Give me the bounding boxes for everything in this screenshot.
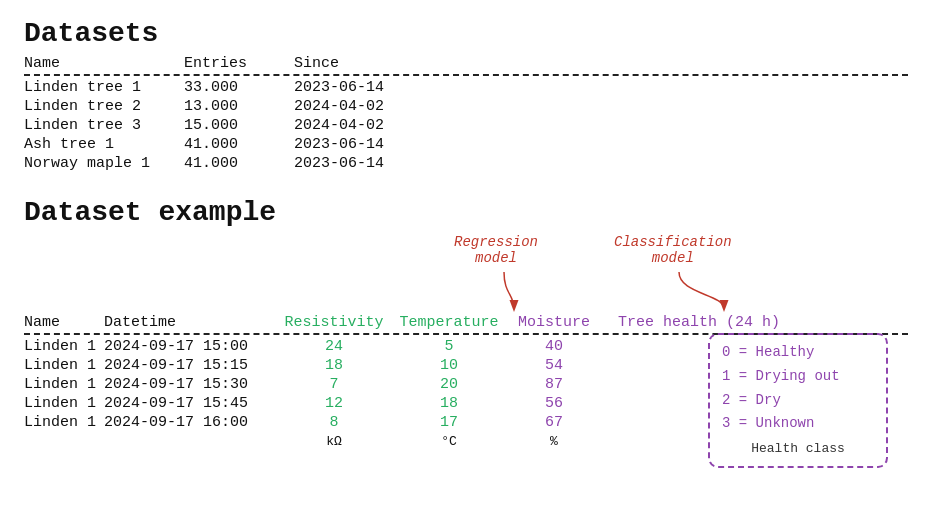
example-row-moisture: 54 — [509, 357, 599, 374]
example-row-resistivity: 18 — [279, 357, 389, 374]
dataset-row-entries: 41.000 — [184, 136, 294, 153]
health-class-item: 2 = Dry — [722, 389, 874, 413]
dataset-row: Ash tree 1 41.000 2023-06-14 — [24, 135, 908, 154]
example-row-temperature: 20 — [389, 376, 509, 393]
example-row-name: Linden 1 — [24, 376, 104, 393]
example-row-moisture: 87 — [509, 376, 599, 393]
unit-temperature: °C — [389, 434, 509, 449]
unit-resistivity: kΩ — [279, 434, 389, 449]
example-row-datetime: 2024-09-17 15:45 — [104, 395, 279, 412]
unit-moisture: % — [509, 434, 599, 449]
example-table-header: Name Datetime Resistivity Temperature Mo… — [24, 314, 908, 335]
example-row-name: Linden 1 — [24, 395, 104, 412]
example-row-moisture: 67 — [509, 414, 599, 431]
dataset-row-entries: 33.000 — [184, 79, 294, 96]
example-rows-wrapper: Linden 1 2024-09-17 15:00 24 5 40 Linden… — [24, 337, 908, 449]
example-row-name: Linden 1 — [24, 338, 104, 355]
example-row-name: Linden 1 — [24, 357, 104, 374]
col-header-since: Since — [294, 55, 434, 72]
dataset-row: Linden tree 3 15.000 2024-04-02 — [24, 116, 908, 135]
dataset-row-name: Ash tree 1 — [24, 136, 184, 153]
example-row-datetime: 2024-09-17 16:00 — [104, 414, 279, 431]
example-row-resistivity: 12 — [279, 395, 389, 412]
dataset-row-entries: 41.000 — [184, 155, 294, 172]
health-class-item: 0 = Healthy — [722, 341, 874, 365]
col-header-name: Name — [24, 55, 184, 72]
example-col-resistivity-header: Resistivity — [279, 314, 389, 331]
datasets-title: Datasets — [24, 18, 908, 49]
example-row-temperature: 5 — [389, 338, 509, 355]
example-title: Dataset example — [24, 197, 908, 228]
dataset-row-since: 2023-06-14 — [294, 155, 434, 172]
example-col-datetime-header: Datetime — [104, 314, 279, 331]
datasets-section: Datasets Name Entries Since Linden tree … — [24, 18, 908, 173]
dataset-row: Norway maple 1 41.000 2023-06-14 — [24, 154, 908, 173]
datasets-rows: Linden tree 1 33.000 2023-06-14 Linden t… — [24, 78, 908, 173]
dataset-row: Linden tree 1 33.000 2023-06-14 — [24, 78, 908, 97]
classification-label: Classificationmodel — [614, 234, 732, 266]
example-col-moisture-header: Moisture — [509, 314, 599, 331]
example-row-resistivity: 24 — [279, 338, 389, 355]
health-class-box: 0 = Healthy1 = Drying out2 = Dry3 = Unkn… — [708, 333, 888, 468]
health-classes-list: 0 = Healthy1 = Drying out2 = Dry3 = Unkn… — [722, 341, 874, 436]
arrows-area: Regressionmodel Classificationmodel — [24, 234, 908, 314]
dataset-row-since: 2024-04-02 — [294, 98, 434, 115]
dataset-row-name: Linden tree 1 — [24, 79, 184, 96]
example-row-moisture: 56 — [509, 395, 599, 412]
health-class-label: Health class — [722, 438, 874, 460]
example-row-temperature: 10 — [389, 357, 509, 374]
example-row-datetime: 2024-09-17 15:30 — [104, 376, 279, 393]
example-row-datetime: 2024-09-17 15:00 — [104, 338, 279, 355]
regression-label: Regressionmodel — [454, 234, 538, 266]
health-class-item: 1 = Drying out — [722, 365, 874, 389]
dataset-row-entries: 13.000 — [184, 98, 294, 115]
dataset-row-since: 2023-06-14 — [294, 79, 434, 96]
example-col-health-header: Tree health (24 h) — [599, 314, 799, 331]
dataset-row-since: 2023-06-14 — [294, 136, 434, 153]
example-col-name-header: Name — [24, 314, 104, 331]
example-col-temperature-header: Temperature — [389, 314, 509, 331]
dataset-row-name: Linden tree 2 — [24, 98, 184, 115]
dataset-row-entries: 15.000 — [184, 117, 294, 134]
example-row-datetime: 2024-09-17 15:15 — [104, 357, 279, 374]
example-row-temperature: 18 — [389, 395, 509, 412]
example-row-resistivity: 8 — [279, 414, 389, 431]
dataset-row-name: Norway maple 1 — [24, 155, 184, 172]
col-header-entries: Entries — [184, 55, 294, 72]
datasets-header-row: Name Entries Since — [24, 55, 908, 76]
example-row-moisture: 40 — [509, 338, 599, 355]
example-row-temperature: 17 — [389, 414, 509, 431]
example-row-name: Linden 1 — [24, 414, 104, 431]
dataset-row-since: 2024-04-02 — [294, 117, 434, 134]
dataset-row-name: Linden tree 3 — [24, 117, 184, 134]
example-section: Dataset example Regressionmodel Classifi… — [24, 197, 908, 449]
dataset-row: Linden tree 2 13.000 2024-04-02 — [24, 97, 908, 116]
example-row-resistivity: 7 — [279, 376, 389, 393]
health-class-item: 3 = Unknown — [722, 412, 874, 436]
example-content-area: Name Datetime Resistivity Temperature Mo… — [24, 314, 908, 449]
